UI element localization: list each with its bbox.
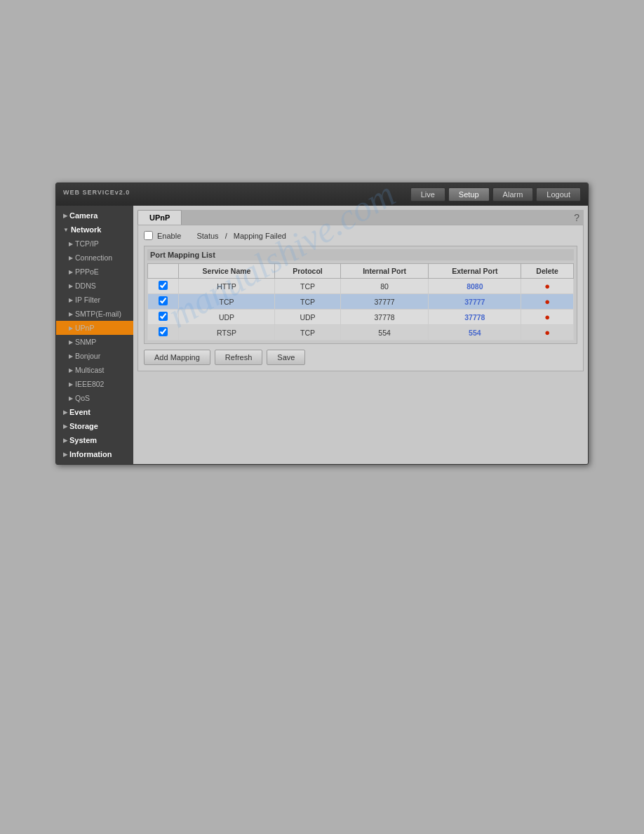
add-mapping-button[interactable]: Add Mapping bbox=[144, 350, 210, 365]
row-checkbox[interactable] bbox=[159, 281, 168, 290]
qos-arrow: ▶ bbox=[69, 395, 73, 402]
sidebar-label-information: Information bbox=[69, 450, 112, 458]
row-protocol: UDP bbox=[275, 310, 340, 325]
row-checkbox[interactable] bbox=[159, 312, 168, 321]
th-internal: Internal Port bbox=[340, 264, 429, 279]
alarm-button[interactable]: Alarm bbox=[492, 187, 534, 201]
row-external-port: 554 bbox=[429, 325, 521, 340]
tab-upnp[interactable]: UPnP bbox=[137, 210, 182, 225]
save-button[interactable]: Save bbox=[267, 350, 305, 365]
delete-button[interactable]: ● bbox=[544, 296, 550, 307]
status-label: Status bbox=[196, 232, 218, 240]
sidebar-item-bonjour[interactable]: ▶ Bonjour bbox=[56, 349, 133, 363]
content-area: UPnP ? Enable Status / Mapping Failed Po… bbox=[133, 206, 588, 464]
multicast-arrow: ▶ bbox=[69, 367, 73, 373]
sidebar-label-ddns: DDNS bbox=[75, 282, 96, 290]
sidebar-item-multicast[interactable]: ▶ Multicast bbox=[56, 363, 133, 377]
sidebar-item-event[interactable]: ▶ Event bbox=[56, 405, 133, 419]
sidebar-label-bonjour: Bonjour bbox=[75, 352, 100, 360]
row-delete-cell[interactable]: ● bbox=[521, 279, 574, 294]
sidebar-label-multicast: Multicast bbox=[75, 366, 104, 374]
logo-version: v2.0 bbox=[115, 189, 130, 196]
sidebar-item-ieee802[interactable]: ▶ IEEE802 bbox=[56, 377, 133, 391]
row-internal-port: 37777 bbox=[340, 294, 429, 310]
camera-arrow: ▶ bbox=[63, 213, 67, 219]
row-checkbox-cell[interactable] bbox=[148, 294, 179, 310]
delete-button[interactable]: ● bbox=[544, 281, 550, 291]
table-row[interactable]: TCP TCP 37777 37777 ● bbox=[148, 294, 574, 310]
pppoe-arrow: ▶ bbox=[69, 269, 73, 275]
row-checkbox-cell[interactable] bbox=[148, 279, 179, 294]
row-checkbox[interactable] bbox=[159, 296, 168, 305]
th-checkbox bbox=[148, 264, 179, 279]
logo: WEB SERVICEv2.0 bbox=[63, 189, 130, 201]
bonjour-arrow: ▶ bbox=[69, 353, 73, 359]
storage-arrow: ▶ bbox=[63, 423, 67, 430]
sidebar-label-pppoe: PPPoE bbox=[75, 267, 99, 276]
row-checkbox-cell[interactable] bbox=[148, 325, 179, 340]
setup-button[interactable]: Setup bbox=[448, 187, 490, 201]
delete-button[interactable]: ● bbox=[544, 327, 550, 338]
help-icon[interactable]: ? bbox=[570, 211, 584, 225]
status-separator bbox=[188, 232, 192, 240]
row-delete-cell[interactable]: ● bbox=[521, 310, 574, 325]
row-service: UDP bbox=[178, 310, 275, 325]
row-checkbox-cell[interactable] bbox=[148, 310, 179, 325]
sidebar-item-qos[interactable]: ▶ QoS bbox=[56, 391, 133, 405]
sidebar-item-camera[interactable]: ▶ Camera bbox=[56, 208, 133, 223]
row-external-port: 37778 bbox=[429, 310, 521, 325]
sidebar-label-event: Event bbox=[69, 408, 90, 416]
sidebar-item-system[interactable]: ▶ System bbox=[56, 433, 133, 447]
upnp-arrow: ▶ bbox=[69, 325, 73, 331]
sidebar-label-ipfilter: IP Filter bbox=[75, 296, 100, 304]
sidebar-item-ipfilter[interactable]: ▶ IP Filter bbox=[56, 293, 133, 307]
sidebar-label-network: Network bbox=[71, 225, 101, 234]
tab-bar: UPnP ? bbox=[137, 210, 584, 225]
sidebar-item-tcpip[interactable]: ▶ TCP/IP bbox=[56, 237, 133, 251]
header: WEB SERVICEv2.0 Live Setup Alarm Logout bbox=[56, 183, 588, 206]
sidebar-item-snmp[interactable]: ▶ SNMP bbox=[56, 335, 133, 349]
row-external-port: 37777 bbox=[429, 294, 521, 310]
info-arrow: ▶ bbox=[63, 451, 67, 458]
row-checkbox[interactable] bbox=[159, 327, 168, 336]
sidebar-item-information[interactable]: ▶ Information bbox=[56, 447, 133, 461]
logout-button[interactable]: Logout bbox=[536, 187, 581, 201]
row-delete-cell[interactable]: ● bbox=[521, 294, 574, 310]
ieee-arrow: ▶ bbox=[69, 381, 73, 388]
th-service: Service Name bbox=[178, 264, 275, 279]
sidebar-item-smtp[interactable]: ▶ SMTP(E-mail) bbox=[56, 307, 133, 321]
enable-checkbox[interactable] bbox=[144, 231, 153, 240]
sidebar-item-network[interactable]: ▼ Network bbox=[56, 223, 133, 237]
network-arrow: ▼ bbox=[63, 227, 69, 233]
table-scroll-area[interactable]: Service Name Protocol Internal Port Exte… bbox=[147, 263, 574, 340]
sidebar-item-ddns[interactable]: ▶ DDNS bbox=[56, 279, 133, 293]
sidebar-item-storage[interactable]: ▶ Storage bbox=[56, 419, 133, 433]
ddns-arrow: ▶ bbox=[69, 283, 73, 289]
sidebar-label-camera: Camera bbox=[69, 211, 98, 220]
table-row[interactable]: HTTP TCP 80 8080 ● bbox=[148, 279, 574, 294]
sidebar-label-smtp: SMTP(E-mail) bbox=[75, 310, 121, 318]
table-row[interactable]: RTSP TCP 554 554 ● bbox=[148, 325, 574, 340]
sidebar-item-pppoe[interactable]: ▶ PPPoE bbox=[56, 265, 133, 279]
delete-button[interactable]: ● bbox=[544, 312, 550, 322]
upnp-panel: Enable Status / Mapping Failed Port Mapp… bbox=[137, 225, 584, 371]
tcpip-arrow: ▶ bbox=[69, 241, 73, 247]
sidebar-item-connection[interactable]: ▶ Connection bbox=[56, 251, 133, 265]
header-buttons: Live Setup Alarm Logout bbox=[410, 187, 581, 201]
enable-label: Enable bbox=[157, 232, 181, 240]
sidebar-item-upnp[interactable]: ▶ UPnP bbox=[56, 321, 133, 335]
live-button[interactable]: Live bbox=[410, 187, 445, 201]
row-protocol: TCP bbox=[275, 279, 340, 294]
sidebar-label-qos: QoS bbox=[75, 394, 90, 402]
row-delete-cell[interactable]: ● bbox=[521, 325, 574, 340]
sidebar-label-snmp: SNMP bbox=[75, 338, 96, 346]
refresh-button[interactable]: Refresh bbox=[215, 350, 263, 365]
th-protocol: Protocol bbox=[275, 264, 340, 279]
system-arrow: ▶ bbox=[63, 437, 67, 444]
row-internal-port: 37778 bbox=[340, 310, 429, 325]
sidebar-label-upnp: UPnP bbox=[75, 324, 94, 332]
table-row[interactable]: UDP UDP 37778 37778 ● bbox=[148, 310, 574, 325]
sidebar-label-connection: Connection bbox=[75, 253, 112, 262]
table-header-row: Service Name Protocol Internal Port Exte… bbox=[148, 264, 574, 279]
action-buttons: Add Mapping Refresh Save bbox=[144, 350, 577, 365]
